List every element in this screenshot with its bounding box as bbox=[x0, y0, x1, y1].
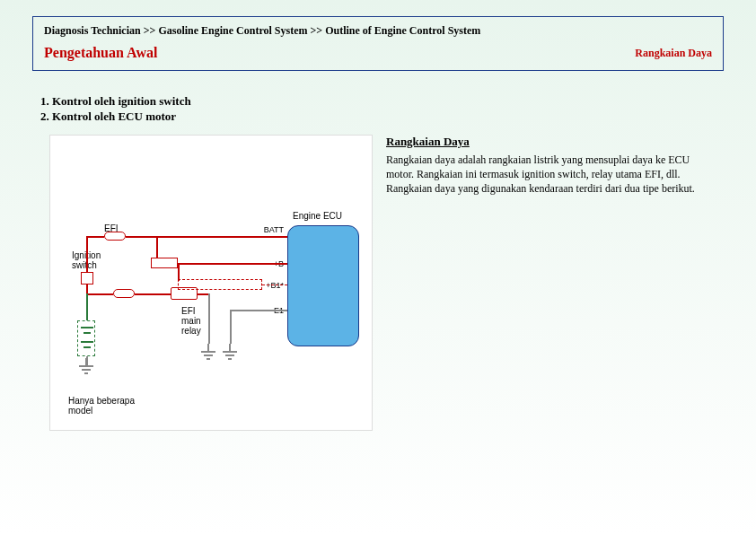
ground-icon bbox=[79, 365, 93, 376]
list-item: 2. Kontrol oleh ECU motor bbox=[40, 109, 191, 125]
ground-icon bbox=[201, 351, 215, 362]
control-list: 1. Kontrol oleh ignition switch 2. Kontr… bbox=[40, 94, 191, 125]
breadcrumb: Diagnosis Technician >> Gasoline Engine … bbox=[44, 24, 712, 38]
desc-text: Rangkaian daya adalah rangkaian listrik … bbox=[386, 153, 718, 197]
title-row: Pengetahuan Awal Rangkaian Daya bbox=[44, 45, 712, 61]
diagram-note: Hanya beberapa model bbox=[68, 396, 140, 416]
description: Rangkaian Daya Rangkaian daya adalah ran… bbox=[386, 135, 718, 197]
relay-contact-icon bbox=[151, 258, 178, 268]
relay-contact-dashed-icon bbox=[178, 279, 262, 290]
ground-icon bbox=[223, 351, 237, 362]
pin-b1: +B1* bbox=[262, 281, 284, 290]
ecu-box bbox=[287, 225, 359, 346]
circuit-diagram: Engine ECU BATT +B +B1* E1 EFI Ignition … bbox=[49, 135, 373, 431]
battery-icon bbox=[77, 320, 95, 356]
header-box: Diagnosis Technician >> Gasoline Engine … bbox=[32, 16, 724, 71]
relay-label: EFI main relay bbox=[181, 306, 201, 336]
page-title: Pengetahuan Awal bbox=[44, 45, 157, 61]
ecu-title-label: Engine ECU bbox=[293, 211, 342, 221]
ignition-switch-icon bbox=[81, 272, 93, 285]
fuse-icon bbox=[104, 232, 126, 241]
fuse-icon bbox=[113, 289, 135, 298]
pin-batt: BATT bbox=[262, 225, 284, 234]
list-item: 1. Kontrol oleh ignition switch bbox=[40, 94, 191, 109]
page-subtitle: Rangkaian Daya bbox=[635, 47, 712, 60]
desc-title: Rangkaian Daya bbox=[386, 135, 718, 149]
